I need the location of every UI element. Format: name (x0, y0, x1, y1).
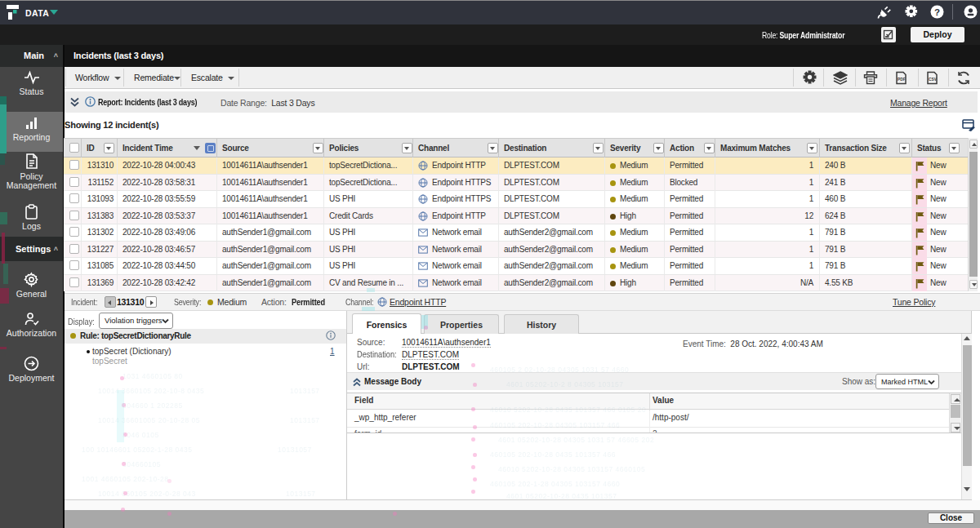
svg-text:PDF: PDF (898, 78, 906, 82)
svg-text:?: ? (934, 7, 940, 17)
svg-text:CSV: CSV (929, 78, 938, 82)
